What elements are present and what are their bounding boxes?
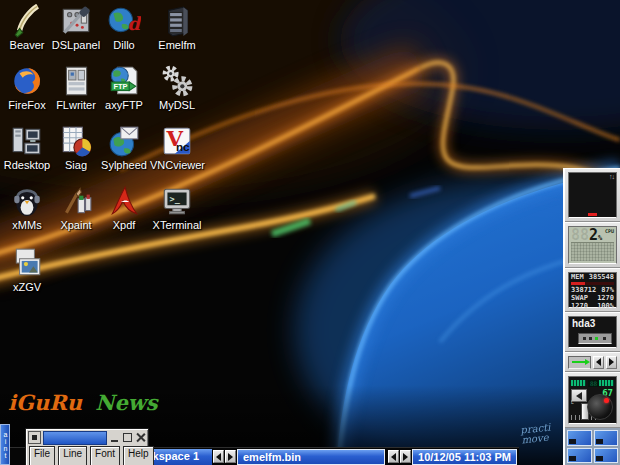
desktop-icon-label: Dillo xyxy=(97,39,151,51)
desktop-icon-axyftp[interactable]: FTP axyFTP xyxy=(97,64,151,120)
window-title[interactable] xyxy=(43,431,107,445)
cpu-label: CPU xyxy=(605,228,614,234)
right-arrow-icon xyxy=(609,358,614,366)
menu-help-button[interactable]: Help xyxy=(123,446,154,465)
gears-icon xyxy=(160,64,194,98)
memory-usage-bar xyxy=(571,282,614,285)
desktop-icon-firefox[interactable]: FireFox xyxy=(0,64,54,120)
mini-window xyxy=(569,456,576,461)
maximize-icon xyxy=(123,433,132,442)
mini-window xyxy=(569,439,576,444)
window-menubar: File Line Font Help xyxy=(26,445,148,465)
menu-font-button[interactable]: Font xyxy=(90,446,120,465)
mount-next-button[interactable] xyxy=(606,356,617,369)
desktop-icon-mydsl[interactable]: MyDSL xyxy=(150,64,204,120)
desktop-icon-label: FLwriter xyxy=(49,99,103,111)
desktop-icon-vncviewer[interactable]: Vnc VNCviewer xyxy=(150,124,204,180)
svg-text:>_: >_ xyxy=(170,194,181,204)
cpu-monitor-dockapp[interactable]: CPU 882% xyxy=(565,222,620,268)
globe-d-icon: d xyxy=(107,4,141,38)
desktop-icon-flwriter[interactable]: FLwriter xyxy=(49,64,103,120)
disk-name: hda3 xyxy=(572,318,595,329)
desktop-icon-label: FireFox xyxy=(0,99,54,111)
minimize-button[interactable] xyxy=(109,432,120,443)
mount-prev-button[interactable] xyxy=(593,356,604,369)
window-menu-icon[interactable] xyxy=(28,431,41,444)
workspace-prev-button[interactable] xyxy=(213,450,224,463)
taskbar-clock[interactable]: 10/12/05 11:03 PM xyxy=(412,449,517,465)
desktop-icon-label: axyFTP xyxy=(97,99,151,111)
memory-monitor-dockapp[interactable]: MEM385548 33871287% SWAP1270 1270100% xyxy=(565,268,620,312)
vu-meter-right xyxy=(599,380,614,386)
pager-workspace-3[interactable] xyxy=(567,448,592,464)
desktop-icon-label: MyDSL xyxy=(150,99,204,111)
pager-workspace-1[interactable] xyxy=(567,430,592,446)
vnc-icon: Vnc xyxy=(160,124,194,158)
mini-window xyxy=(596,456,603,461)
workspace-next-button[interactable] xyxy=(225,450,236,463)
window-titlebar[interactable] xyxy=(28,431,146,444)
close-button[interactable] xyxy=(135,432,146,443)
disk-monitor-dockapp[interactable]: hda3 xyxy=(565,312,620,352)
mount-control-dockapp xyxy=(565,352,620,372)
quill-pen-icon xyxy=(10,4,44,38)
volume-knob[interactable] xyxy=(587,394,613,420)
mixer-dockapp[interactable]: 88 67 L R xyxy=(565,372,620,428)
desktop-icon-rdesktop[interactable]: Rdesktop xyxy=(0,124,54,180)
task-button-emelfm[interactable]: emelfm.bin xyxy=(237,449,385,465)
desktop-icon-xmms[interactable]: xMMs xyxy=(0,184,54,240)
desktop-icon-xpaint[interactable]: Xpaint xyxy=(49,184,103,240)
globe-mail-icon xyxy=(107,124,141,158)
right-arrow-icon xyxy=(228,453,233,461)
desktop-icon-dillo[interactable]: d Dillo xyxy=(97,4,151,60)
desktop-icon-label: xZGV xyxy=(0,281,54,293)
desktop-icon-dslpanel[interactable]: DSLpanel xyxy=(49,4,103,60)
mixer-lcd: 88 xyxy=(588,380,599,387)
photo-viewer-icon xyxy=(10,246,44,280)
cpu-history-graph xyxy=(571,242,614,261)
wallpaper-signature: practi move xyxy=(520,422,552,445)
desktop-icon-xpdf[interactable]: Xpdf xyxy=(97,184,151,240)
desktop-icon-label: Xpdf xyxy=(97,219,151,231)
watermark-word1: iGuRu xyxy=(8,390,82,415)
red-led xyxy=(604,398,609,403)
pager-workspace-4[interactable] xyxy=(594,448,619,464)
penguin-headphones-icon xyxy=(10,184,44,218)
remote-desktop-icon xyxy=(10,124,44,158)
desktop-icon-siag[interactable]: Siag xyxy=(49,124,103,180)
desktop-icon-beaver[interactable]: Beaver xyxy=(0,4,54,60)
task-next-button[interactable] xyxy=(400,450,411,463)
desktop-icon-xterminal[interactable]: >_ XTerminal xyxy=(150,184,204,240)
desktop-icon-emelfm[interactable]: Emelfm xyxy=(150,4,204,60)
desktop-icon-label: XTerminal xyxy=(150,219,204,231)
globe-ftp-icon: FTP xyxy=(107,64,141,98)
desktop-root: Beaver DSLpanel d Dillo Emelfm FireFox F… xyxy=(0,0,620,465)
updown-arrows-icon: ↑↓ xyxy=(609,173,614,180)
right-arrow-icon xyxy=(403,453,408,461)
paintbrush-icon xyxy=(59,184,93,218)
pager-workspace-2[interactable] xyxy=(594,430,619,446)
left-arrow-icon xyxy=(391,453,396,461)
menu-line-button[interactable]: Line xyxy=(58,446,87,465)
close-icon xyxy=(136,433,145,442)
desktop-icon-xzgv[interactable]: xZGV xyxy=(0,246,54,302)
task-prev-button[interactable] xyxy=(388,450,399,463)
acrobat-pdf-icon xyxy=(107,184,141,218)
mini-window xyxy=(596,439,603,444)
left-arrow-icon xyxy=(216,453,221,461)
vertical-window-title[interactable]: aint xyxy=(0,424,10,465)
speaker-icon xyxy=(576,392,582,400)
workspace-pager xyxy=(565,428,620,465)
desktop-icon-label: Sylpheed xyxy=(97,159,151,171)
desktop-icon-label: Emelfm xyxy=(150,39,204,51)
disk-usage-gauge xyxy=(578,333,612,344)
maximize-button[interactable] xyxy=(122,432,133,443)
menu-file-button[interactable]: File xyxy=(29,446,55,465)
network-monitor-dockapp[interactable]: ↑↓ xyxy=(565,168,620,222)
dockapp-panel: ↑↓ CPU 882% MEM385548 33871287% SWAP1270… xyxy=(563,168,620,465)
desktop-icon-label: DSLpanel xyxy=(49,39,103,51)
desktop-icon-label: xMMs xyxy=(0,219,54,231)
spreadsheet-icon xyxy=(59,124,93,158)
terminal-icon: >_ xyxy=(160,184,194,218)
desktop-icon-sylpheed[interactable]: Sylpheed xyxy=(97,124,151,180)
